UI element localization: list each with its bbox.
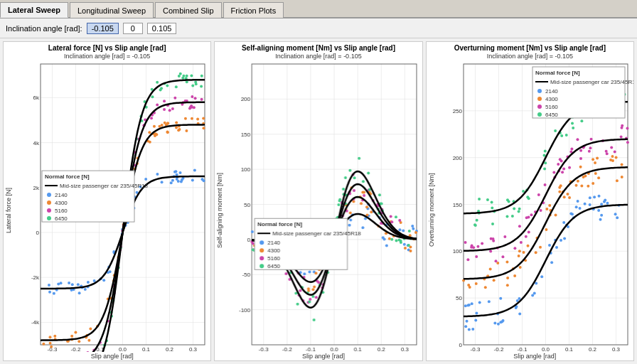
toolbar: Inclination angle [rad]: -0.105 0 0.105 xyxy=(0,18,637,38)
plot3-x-label: Slip angle [rad] xyxy=(437,352,633,361)
plot2-subtitle: Inclination angle [rad] = -0.105 xyxy=(215,53,422,60)
plot3-y-label: Overturning moment [Nm] xyxy=(427,60,437,360)
plot-lateral-force: Lateral force [N] vs Slip angle [rad] In… xyxy=(3,41,211,361)
tab-longitudinal-sweep[interactable]: Longitudinal Sweep xyxy=(70,2,154,18)
plot1-title: Lateral force [N] vs Slip angle [rad] xyxy=(4,42,210,53)
plot2-right: Slip angle [rad] xyxy=(225,60,422,360)
angle-btn-pos[interactable]: 0.105 xyxy=(147,23,177,34)
plot1-y-label: Lateral force [N] xyxy=(4,60,14,360)
plot2-x-label: Slip angle [rad] xyxy=(225,352,422,361)
plot-self-aligning: Self-aligning moment [Nm] vs Slip angle … xyxy=(214,41,422,361)
angle-btn-neg[interactable]: -0.105 xyxy=(87,23,119,34)
plot1-right: Slip angle [rad] xyxy=(14,60,210,360)
plot3-canvas xyxy=(437,60,633,352)
tab-friction-plots[interactable]: Friction Plots xyxy=(223,2,284,18)
plot3-title: Overturning moment [Nm] vs Slip angle [r… xyxy=(427,42,633,53)
tab-lateral-sweep[interactable]: Lateral Sweep xyxy=(0,2,68,18)
plot1-subtitle: Inclination angle [rad] = -0.105 xyxy=(4,53,210,60)
plot2-y-label: Self-aligning moment [Nm] xyxy=(215,60,225,360)
plots-area: Lateral force [N] vs Slip angle [rad] In… xyxy=(0,38,637,364)
inclination-label: Inclination angle [rad]: xyxy=(6,24,82,33)
tab-bar: Lateral Sweep Longitudinal Sweep Combine… xyxy=(0,0,637,18)
plot2-title: Self-aligning moment [Nm] vs Slip angle … xyxy=(215,42,422,53)
plot2-canvas xyxy=(225,60,422,352)
plot-overturning: Overturning moment [Nm] vs Slip angle [r… xyxy=(426,41,634,361)
plot3-right: Slip angle [rad] xyxy=(437,60,633,360)
plot1-canvas xyxy=(14,60,210,352)
plot1-x-label: Slip angle [rad] xyxy=(14,352,210,361)
tab-combined-slip[interactable]: Combined Slip xyxy=(155,2,222,18)
plot3-subtitle: Inclination angle [rad] = -0.105 xyxy=(427,53,633,60)
angle-btn-zero[interactable]: 0 xyxy=(123,23,143,34)
